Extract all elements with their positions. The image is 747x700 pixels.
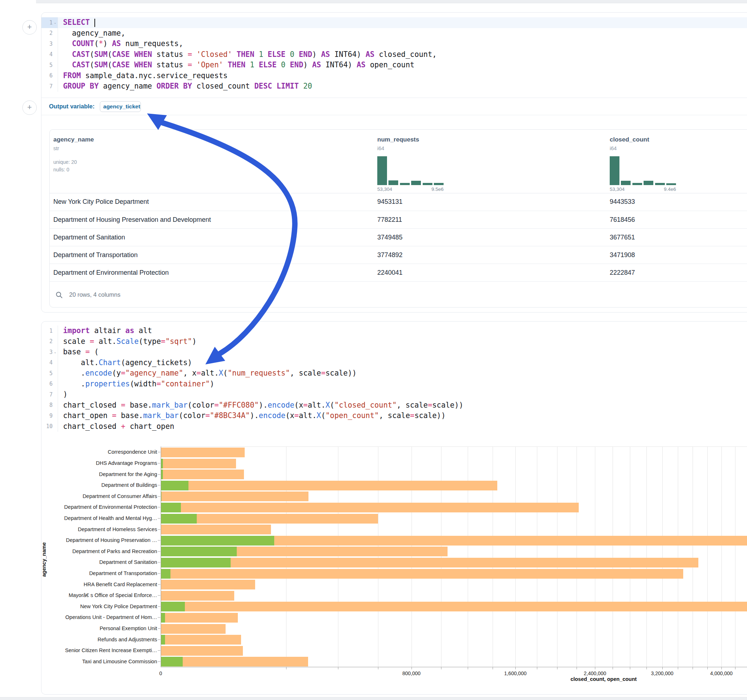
- sql-cell: 1⌄SELECT 2 agency_name,3 COUNT(*) AS num…: [41, 12, 747, 312]
- table-summary: 20 rows, 4 columns: [69, 291, 120, 298]
- code-text: SELECT: [58, 17, 95, 28]
- result-table-footer: 20 rows, 4 columns: [50, 281, 747, 308]
- code-line[interactable]: 5 .encode(y="agency_name", x=alt.X("num_…: [41, 368, 747, 379]
- notebook-page: + + 1⌄SELECT 2 agency_name,3 COUNT(*) AS…: [0, 0, 747, 700]
- table-cell: Department of Housing Preservation and D…: [53, 211, 211, 229]
- histogram-range-labels: 53,3049.5e6: [377, 187, 444, 192]
- column-histogram: [610, 155, 676, 185]
- code-text: CAST(SUM(CASE WHEN status = 'Closed' THE…: [58, 49, 437, 60]
- table-cell: 9443533: [610, 193, 635, 211]
- column-name: num_requests: [377, 136, 444, 143]
- previous-cell-edge: [36, 0, 747, 3]
- line-number-gutter: 2: [41, 28, 58, 39]
- table-cell: 3677651: [610, 229, 635, 246]
- code-line[interactable]: 3⌄base = (: [41, 347, 747, 358]
- code-text: .properties(width="container"): [58, 379, 215, 389]
- table-cell: 9453131: [377, 193, 402, 211]
- collapse-chevron-icon[interactable]: ⌄: [53, 21, 57, 24]
- code-line[interactable]: 5 CAST(SUM(CASE WHEN status = 'Open' THE…: [41, 60, 747, 71]
- code-text: agency_name,: [58, 28, 126, 39]
- text-cursor: [94, 19, 95, 27]
- column-header-num_requests[interactable]: num_requestsi6453,3049.5e6: [377, 136, 444, 192]
- code-text: scale = alt.Scale(type="sqrt"): [58, 336, 197, 347]
- table-cell: 3471908: [610, 246, 635, 264]
- line-number-gutter: 7: [41, 389, 58, 400]
- code-text: COUNT(*) AS num_requests,: [58, 39, 183, 49]
- table-row: Department of Sanitation37494853677651: [50, 228, 747, 246]
- histogram-range-labels: 53,3049.4e6: [610, 187, 676, 192]
- code-line[interactable]: 7GROUP BY agency_name ORDER BY closed_co…: [41, 81, 747, 92]
- line-number-gutter: 4: [41, 49, 58, 60]
- line-number-gutter: 5: [41, 60, 58, 71]
- line-number-gutter: 1⌄: [41, 17, 58, 28]
- line-number-gutter: 4: [41, 358, 58, 368]
- line-number-gutter: 3: [41, 39, 58, 49]
- table-row: Department of Transportation377489234719…: [50, 246, 747, 264]
- python-code-editor[interactable]: 1import altair as alt2scale = alt.Scale(…: [41, 326, 747, 432]
- table-cell: 2222847: [610, 264, 635, 282]
- search-icon[interactable]: [56, 291, 63, 299]
- add-cell-button[interactable]: +: [22, 101, 37, 115]
- table-cell: 7618456: [610, 211, 635, 229]
- code-line[interactable]: 3 COUNT(*) AS num_requests,: [41, 39, 747, 49]
- table-cell: 2240041: [377, 264, 402, 282]
- line-number-gutter: 1: [41, 326, 58, 336]
- output-variable-label: Output variable:: [49, 103, 95, 110]
- column-type: i64: [377, 145, 444, 151]
- code-line[interactable]: 2scale = alt.Scale(type="sqrt"): [41, 336, 747, 347]
- add-cell-button[interactable]: +: [22, 20, 37, 35]
- result-table-header: agency_namestrunique: 20nulls: 0num_requ…: [50, 130, 747, 193]
- code-line[interactable]: 6 .properties(width="container"): [41, 379, 747, 389]
- column-stat: unique: 20: [53, 159, 94, 165]
- line-number-gutter: 6: [41, 71, 58, 81]
- table-cell: Department of Environmental Protection: [53, 264, 169, 282]
- code-line[interactable]: 4 alt.Chart(agency_tickets): [41, 358, 747, 368]
- code-line[interactable]: 1import altair as alt: [41, 326, 747, 336]
- line-number-gutter: 3⌄: [41, 347, 58, 358]
- column-header-closed_count[interactable]: closed_counti6453,3049.4e6: [610, 136, 676, 192]
- code-text: GROUP BY agency_name ORDER BY closed_cou…: [58, 81, 312, 92]
- code-text: chart_open = base.mark_bar(color="#8BC34…: [58, 410, 446, 421]
- collapse-chevron-icon[interactable]: ⌄: [53, 350, 57, 354]
- code-line[interactable]: 1⌄SELECT: [41, 17, 747, 28]
- table-cell: Department of Sanitation: [53, 229, 125, 246]
- code-line[interactable]: 7): [41, 389, 747, 400]
- code-text: chart_closed = base.mark_bar(color="#FFC…: [58, 400, 463, 411]
- code-text: .encode(y="agency_name", x=alt.X("num_re…: [58, 368, 357, 379]
- code-text: ): [58, 389, 67, 400]
- python-cell: 1import altair as alt2scale = alt.Scale(…: [41, 321, 747, 695]
- code-line[interactable]: 4 CAST(SUM(CASE WHEN status = 'Closed' T…: [41, 49, 747, 60]
- output-variable-input[interactable]: agency_tickets: [100, 101, 141, 112]
- line-number-gutter: 5: [41, 368, 58, 379]
- table-cell: 3749485: [377, 229, 402, 246]
- code-line[interactable]: 10chart_closed + chart_open: [41, 421, 747, 432]
- column-stat: nulls: 0: [53, 167, 94, 172]
- line-number-gutter: 8: [41, 400, 58, 411]
- code-text: chart_closed + chart_open: [58, 421, 174, 432]
- table-row: Department of Environmental Protection22…: [50, 264, 747, 282]
- line-number-gutter: 9: [41, 410, 58, 421]
- column-type: i64: [610, 145, 676, 151]
- result-table: agency_namestrunique: 20nulls: 0num_requ…: [49, 129, 747, 308]
- column-header-agency_name[interactable]: agency_namestrunique: 20nulls: 0: [53, 136, 94, 172]
- line-number-gutter: 6: [41, 379, 58, 389]
- code-text: alt.Chart(agency_tickets): [58, 358, 192, 368]
- table-cell: Department of Transportation: [53, 246, 138, 264]
- code-line[interactable]: 9chart_open = base.mark_bar(color="#8BC3…: [41, 410, 747, 421]
- line-number-gutter: 10: [41, 421, 58, 432]
- line-number-gutter: 7: [41, 81, 58, 92]
- table-cell: 3774892: [377, 246, 402, 264]
- code-line[interactable]: 2 agency_name,: [41, 28, 747, 39]
- column-name: closed_count: [610, 136, 676, 143]
- column-type: str: [53, 145, 94, 151]
- code-text: import altair as alt: [58, 326, 152, 336]
- code-line[interactable]: 6FROM sample_data.nyc.service_requests: [41, 71, 747, 81]
- code-text: CAST(SUM(CASE WHEN status = 'Open' THEN …: [58, 60, 414, 71]
- table-row: New York City Police Department945313194…: [50, 193, 747, 211]
- column-histogram: [377, 155, 444, 185]
- sql-code-editor[interactable]: 1⌄SELECT 2 agency_name,3 COUNT(*) AS num…: [41, 17, 747, 92]
- code-text: FROM sample_data.nyc.service_requests: [58, 71, 228, 81]
- code-line[interactable]: 8chart_closed = base.mark_bar(color="#FF…: [41, 400, 747, 411]
- code-text: base = (: [58, 347, 99, 358]
- next-cell-edge: [0, 697, 747, 700]
